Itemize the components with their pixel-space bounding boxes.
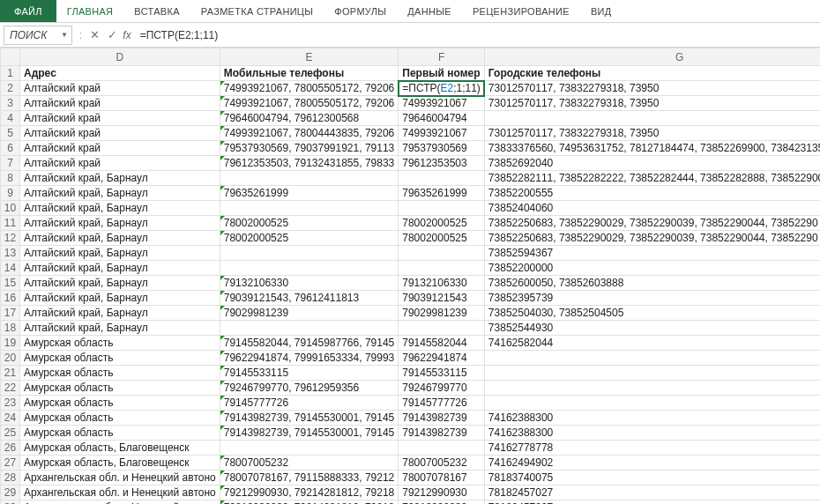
row-header[interactable]: 30 <box>1 500 20 505</box>
cell[interactable]: 79132106330 <box>399 276 485 291</box>
row-header[interactable]: 8 <box>1 171 20 186</box>
cell[interactable] <box>220 171 399 186</box>
cell[interactable]: 73852600050, 73852603888 <box>484 276 820 291</box>
cell[interactable]: 74162494902 <box>484 456 820 471</box>
cell[interactable]: 73012570117, 73832279318, 73950 <box>484 126 820 141</box>
accept-formula-button[interactable]: ✓ <box>103 28 121 41</box>
cell[interactable]: Амурская область <box>20 336 220 351</box>
cell[interactable]: 79039121543, 79612411813 <box>220 291 399 306</box>
cell[interactable]: Алтайский край <box>20 156 220 171</box>
cell[interactable]: 79612353503 <box>399 156 485 171</box>
cell[interactable]: 79145582044, 79145987766, 79145 <box>220 336 399 351</box>
cell[interactable]: 79537930569 <box>399 141 485 156</box>
cell[interactable]: Алтайский край, Барнаул <box>20 246 220 261</box>
row-header[interactable]: 1 <box>1 66 20 81</box>
cell[interactable]: 74162388300 <box>484 411 820 426</box>
cell[interactable]: 74993921067 <box>399 126 485 141</box>
cell[interactable] <box>220 246 399 261</box>
cell[interactable]: Адрес <box>20 66 220 81</box>
cell[interactable]: Амурская область <box>20 411 220 426</box>
cell[interactable]: 79039121543 <box>399 291 485 306</box>
row-header[interactable]: 4 <box>1 111 20 126</box>
row-header[interactable]: 9 <box>1 186 20 201</box>
cell[interactable]: Амурская область <box>20 396 220 411</box>
row-header[interactable]: 15 <box>1 276 20 291</box>
cell[interactable] <box>220 261 399 276</box>
tab-home[interactable]: ГЛАВНАЯ <box>56 0 124 22</box>
cell[interactable]: Архангельская обл. и Ненецкий автоно <box>20 471 220 485</box>
cell[interactable]: Алтайский край, Барнаул <box>20 261 220 276</box>
cell[interactable]: Алтайский край, Барнаул <box>20 291 220 306</box>
row-header[interactable]: 25 <box>1 426 20 441</box>
cell[interactable]: Алтайский край <box>20 111 220 126</box>
cell[interactable]: 73852544930 <box>484 321 820 336</box>
cell[interactable]: 73852404060 <box>484 201 820 216</box>
cell[interactable] <box>399 201 485 216</box>
cell[interactable]: 74993921067 <box>399 96 485 111</box>
cell[interactable]: 78183740075 <box>484 471 820 485</box>
cell[interactable]: 79212990930 <box>399 500 485 505</box>
cell[interactable]: Алтайский край <box>20 81 220 96</box>
cell[interactable]: Алтайский край <box>20 126 220 141</box>
row-header[interactable]: 28 <box>1 471 20 485</box>
cell[interactable] <box>399 171 485 186</box>
cell[interactable]: Алтайский край, Барнаул <box>20 201 220 216</box>
cell[interactable]: 79145533115 <box>399 366 485 381</box>
tab-page-layout[interactable]: РАЗМЕТКА СТРАНИЦЫ <box>190 0 324 22</box>
cancel-formula-button[interactable]: ✕ <box>86 28 103 41</box>
row-header[interactable]: 3 <box>1 96 20 111</box>
cell[interactable]: 79132106330 <box>220 276 399 291</box>
name-box[interactable]: ПОИСК ▼ <box>4 26 72 45</box>
cell[interactable]: Мобильные телефоны <box>220 66 399 81</box>
select-all-corner[interactable] <box>1 48 20 66</box>
cell[interactable]: 73012570117, 73832279318, 73950 <box>484 96 820 111</box>
cell[interactable] <box>484 111 820 126</box>
cell[interactable]: 74993921067, 78005505172, 79206 <box>220 96 399 111</box>
chevron-down-icon[interactable]: ▼ <box>61 31 68 39</box>
cell[interactable]: 79246799770, 79612959356 <box>220 381 399 396</box>
cell[interactable]: 78007005232 <box>399 456 485 471</box>
cell[interactable]: Амурская область, Благовещенск <box>20 441 220 456</box>
cell[interactable]: 78002000525 <box>220 231 399 246</box>
row-header[interactable]: 6 <box>1 141 20 156</box>
row-header[interactable]: 14 <box>1 261 20 276</box>
cell[interactable]: 78007005232 <box>220 456 399 471</box>
row-header[interactable]: 22 <box>1 381 20 396</box>
cell[interactable]: 78002000525 <box>399 216 485 231</box>
fx-icon[interactable]: fx <box>123 29 130 41</box>
cell[interactable]: 79212990930 <box>399 485 485 500</box>
cell[interactable]: 79145582044 <box>399 336 485 351</box>
cell[interactable]: 73852200000 <box>484 261 820 276</box>
cell[interactable]: 78007078167 <box>399 471 485 485</box>
cell[interactable]: Алтайский край, Барнаул <box>20 216 220 231</box>
row-header[interactable]: 24 <box>1 411 20 426</box>
cell[interactable]: 74993921067, 78004443835, 79206 <box>220 126 399 141</box>
row-header[interactable]: 5 <box>1 126 20 141</box>
cell[interactable] <box>484 351 820 366</box>
cell[interactable]: Амурская область, Благовещенск <box>20 456 220 471</box>
cell[interactable]: Алтайский край, Барнаул <box>20 171 220 186</box>
cell[interactable]: 73852395739 <box>484 291 820 306</box>
row-header[interactable]: 20 <box>1 351 20 366</box>
cell[interactable] <box>220 201 399 216</box>
cell[interactable]: Алтайский край <box>20 141 220 156</box>
cell[interactable]: Архангельская обл. и Ненецкий автоно <box>20 500 220 505</box>
cell[interactable]: 79635261999 <box>220 186 399 201</box>
row-header[interactable]: 12 <box>1 231 20 246</box>
cell[interactable]: 79612353503, 79132431855, 79833 <box>220 156 399 171</box>
row-header[interactable]: 10 <box>1 201 20 216</box>
cell[interactable]: 74162582044 <box>484 336 820 351</box>
editing-cell[interactable]: =ПСТР(E2;1;11) <box>399 81 485 96</box>
cell[interactable]: 73852250683, 73852290029, 73852290039, 7… <box>484 216 820 231</box>
cell[interactable]: 73852282111, 73852282222, 73852282444, 7… <box>484 171 820 186</box>
row-header[interactable]: 17 <box>1 306 20 321</box>
cell[interactable]: 74162778778 <box>484 441 820 456</box>
col-header-E[interactable]: E <box>220 48 399 66</box>
cell[interactable]: 78002000525 <box>220 216 399 231</box>
worksheet[interactable]: D E F G H I 1АдресМобильные телефоныПерв… <box>0 48 820 504</box>
tab-review[interactable]: РЕЦЕНЗИРОВАНИЕ <box>462 0 580 22</box>
row-header[interactable]: 11 <box>1 216 20 231</box>
cell[interactable]: Городские телефоны <box>484 66 820 81</box>
cell[interactable]: 79537930569, 79037991921, 79113 <box>220 141 399 156</box>
tab-data[interactable]: ДАННЫЕ <box>397 0 462 22</box>
